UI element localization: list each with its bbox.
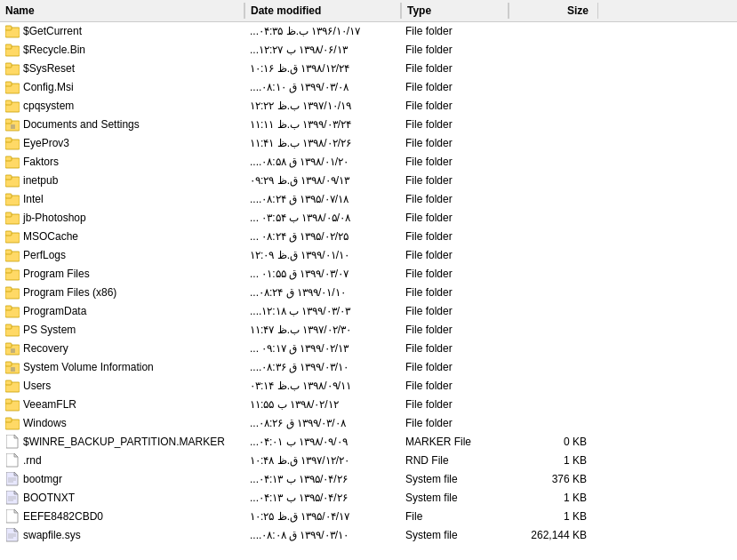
table-row[interactable]: $GetCurrent ۱۳۹۶/۱۰/۱۷ ب.ظ ۰۴:۳۵... File… — [0, 22, 737, 41]
table-row[interactable]: $WINRE_BACKUP_PARTITION.MARKER ۱۳۹۸/۰۹/۰… — [0, 433, 737, 452]
file-name-label: cpqsystem — [23, 100, 74, 112]
cell-size — [507, 198, 596, 200]
table-row[interactable]: Recovery ۱۳۹۹/۰۲/۱۳ ق ۰۹:۱۷ ... File fol… — [0, 340, 737, 358]
folder-icon — [5, 173, 20, 188]
header-size[interactable]: Size — [509, 3, 598, 19]
table-row[interactable]: $Recycle.Bin ۱۳۹۸/۰۶/۱۳ ب ۱۲:۲۷... File … — [0, 41, 737, 60]
table-row[interactable]: MSOCache ۱۳۹۵/۰۲/۲۵ ق ۰۸:۲۴ ... File fol… — [0, 228, 737, 246]
table-row[interactable]: PerfLogs ۱۳۹۹/۰۱/۱۰ ق.ظ ۱۲:۰۹ File folde… — [0, 246, 737, 265]
file-name-label: Program Files — [23, 268, 90, 280]
table-row[interactable]: ProgramData ۱۳۹۹/۰۳/۰۳ ب ۱۲:۱۸.... File … — [0, 302, 737, 321]
cell-size: 376 KB — [507, 472, 596, 486]
table-row[interactable]: swapfile.sys ۱۳۹۹/۰۳/۱۰ ق ۰۸:۰۸.... Syst… — [0, 526, 737, 545]
cell-date: ۱۳۹۹/۰۱/۱۰ ق ۰۸:۲۴... — [244, 285, 400, 300]
cell-type: File — [400, 509, 507, 524]
svg-rect-39 — [5, 362, 12, 366]
cell-name: ProgramData — [0, 303, 244, 319]
table-row[interactable]: Documents and Settings ۱۳۹۹/۰۳/۲۴ ب.ظ ۱۱… — [0, 116, 737, 134]
table-row[interactable]: Intel ۱۳۹۵/۰۷/۱۸ ق ۰۸:۲۴.... File folder — [0, 190, 737, 209]
cell-name: BOOTNXT — [0, 490, 244, 506]
cell-date: ۱۳۹۸/۰۱/۲۰ ق ۰۸:۵۸.... — [244, 155, 400, 169]
svg-rect-16 — [5, 156, 12, 161]
file-name-label: Intel — [23, 193, 44, 205]
cell-date: ۱۳۹۵/۰۲/۲۵ ق ۰۸:۲۴ ... — [244, 229, 400, 244]
cell-date: ۱۳۹۹/۰۲/۱۳ ق ۰۹:۱۷ ... — [244, 341, 400, 356]
svg-rect-28 — [5, 268, 12, 273]
svg-rect-18 — [5, 175, 12, 180]
cell-date: ۱۳۹۸/۰۹/۰۹ ب ۰۴:۰۱... — [244, 435, 400, 449]
cell-name: EyeProv3 — [0, 135, 244, 151]
svg-rect-11 — [5, 119, 12, 124]
cell-date: ۱۳۹۹/۰۳/۰۸ ق ۰۸:۲۶... — [244, 416, 400, 430]
table-row[interactable]: EyeProv3 ۱۳۹۸/۰۲/۲۶ ب.ظ ۱۱:۴۱ File folde… — [0, 134, 737, 153]
cell-name: PS System — [0, 322, 244, 338]
cell-type: File folder — [400, 24, 507, 38]
table-row[interactable]: .rnd ۱۳۹۷/۱۲/۲۰ ق.ظ ۱۰:۴۸ RND File 1 KB — [0, 452, 737, 470]
table-row[interactable]: Program Files (x86) ۱۳۹۹/۰۱/۱۰ ق ۰۸:۲۴..… — [0, 284, 737, 302]
file-name-label: jb-Photoshop — [23, 212, 86, 224]
cell-date: ۱۳۹۹/۰۳/۱۰ ق ۰۸:۰۸.... — [244, 528, 400, 542]
cell-size: 1 KB — [507, 453, 596, 468]
file-name-label: $GetCurrent — [23, 25, 82, 37]
cell-size — [507, 105, 596, 107]
folder-icon — [5, 117, 20, 132]
cell-size — [507, 385, 596, 387]
cell-type: File folder — [400, 416, 507, 430]
table-row[interactable]: Users ۱۳۹۸/۰۹/۱۱ ب.ظ ۰۳:۱۴ File folder — [0, 377, 737, 396]
table-row[interactable]: BOOTNXT ۱۳۹۵/۰۴/۲۶ ب ۰۴:۱۳... System fil… — [0, 489, 737, 508]
table-row[interactable]: cpqsystem ۱۳۹۷/۱۰/۱۹ ب.ظ ۱۲:۲۲ File fold… — [0, 97, 737, 116]
svg-rect-34 — [5, 324, 12, 329]
cell-name: swapfile.sys — [0, 527, 244, 543]
header-type[interactable]: Type — [402, 3, 509, 19]
file-list[interactable]: Name Date modified Type Size $GetCurrent… — [0, 0, 737, 560]
table-row[interactable]: VeeamFLR ۱۳۹۸/۰۲/۱۲ ب ۱۱:۵۵ File folder — [0, 396, 737, 414]
header-name[interactable]: Name — [0, 3, 244, 19]
cell-size — [507, 366, 596, 368]
table-row[interactable]: EEFE8482CBD0 ۱۳۹۵/۰۴/۱۷ ق.ظ ۱۰:۲۵ File 1… — [0, 508, 737, 526]
cell-type: File folder — [400, 155, 507, 169]
svg-rect-1 — [5, 26, 12, 30]
folder-icon — [5, 285, 20, 300]
table-row[interactable]: jb-Photoshop ۱۳۹۸/۰۵/۰۸ ب ۰۳:۵۴ ... File… — [0, 209, 737, 228]
cell-size — [507, 217, 596, 219]
file-name-label: Users — [23, 380, 51, 392]
cell-type: File folder — [400, 117, 507, 132]
cell-name: PerfLogs — [0, 247, 244, 263]
cell-size — [507, 422, 596, 424]
cell-type: File folder — [400, 323, 507, 337]
file-icon — [5, 509, 20, 524]
file-name-label: $WINRE_BACKUP_PARTITION.MARKER — [23, 436, 225, 448]
cell-date: ۱۳۹۷/۱۰/۱۹ ب.ظ ۱۲:۲۲ — [244, 99, 400, 113]
svg-rect-3 — [5, 44, 12, 49]
table-row[interactable]: bootmgr ۱۳۹۵/۰۴/۲۶ ب ۰۴:۱۳... System fil… — [0, 470, 737, 489]
file-name-label: EyeProv3 — [23, 137, 69, 149]
cell-type: File folder — [400, 285, 507, 300]
table-row[interactable]: Program Files ۱۳۹۹/۰۳/۰۷ ق ۰۱:۵۵ ... Fil… — [0, 265, 737, 284]
table-row[interactable]: Faktors ۱۳۹۸/۰۱/۲۰ ق ۰۸:۵۸.... File fold… — [0, 153, 737, 172]
file-name-label: PerfLogs — [23, 249, 66, 261]
table-row[interactable]: Config.Msi ۱۳۹۹/۰۳/۰۸ ق ۰۸:۱۰.... File f… — [0, 78, 737, 97]
cell-date: ۱۳۹۸/۱۲/۲۴ ق.ظ ۱۰:۱۶ — [244, 61, 400, 76]
svg-rect-12 — [11, 124, 15, 129]
file-name-label: EEFE8482CBD0 — [23, 510, 103, 523]
cell-type: File folder — [400, 43, 507, 57]
cell-type: MARKER File — [400, 435, 507, 449]
file-name-label: MSOCache — [23, 230, 78, 243]
header-date[interactable]: Date modified — [245, 3, 401, 19]
table-row[interactable]: PS System ۱۳۹۷/۰۲/۳۰ ب.ظ ۱۱:۴۷ File fold… — [0, 321, 737, 340]
cell-name: bootmgr — [0, 471, 244, 487]
table-row[interactable]: Windows ۱۳۹۹/۰۳/۰۸ ق ۰۸:۲۶... File folde… — [0, 414, 737, 433]
file-name-label: ProgramData — [23, 305, 86, 317]
svg-marker-57 — [14, 491, 18, 494]
cell-date: ۱۳۹۷/۰۲/۳۰ ب.ظ ۱۱:۴۷ — [244, 323, 400, 337]
svg-rect-37 — [11, 348, 15, 353]
cell-type: File folder — [400, 379, 507, 393]
table-row[interactable]: $SysReset ۱۳۹۸/۱۲/۲۴ ق.ظ ۱۰:۱۶ File fold… — [0, 60, 737, 78]
table-row[interactable]: System Volume Information ۱۳۹۹/۰۳/۱۰ ق ۰… — [0, 358, 737, 377]
table-row[interactable]: inetpub ۱۳۹۸/۰۹/۱۳ ق.ظ ۰۹:۲۹ File folder — [0, 172, 737, 190]
cell-name: $SysReset — [0, 60, 244, 76]
cell-date: ۱۳۹۵/۰۷/۱۸ ق ۰۸:۲۴.... — [244, 192, 400, 206]
svg-rect-7 — [5, 82, 12, 86]
cell-size — [507, 161, 596, 163]
file-icon — [5, 453, 20, 468]
